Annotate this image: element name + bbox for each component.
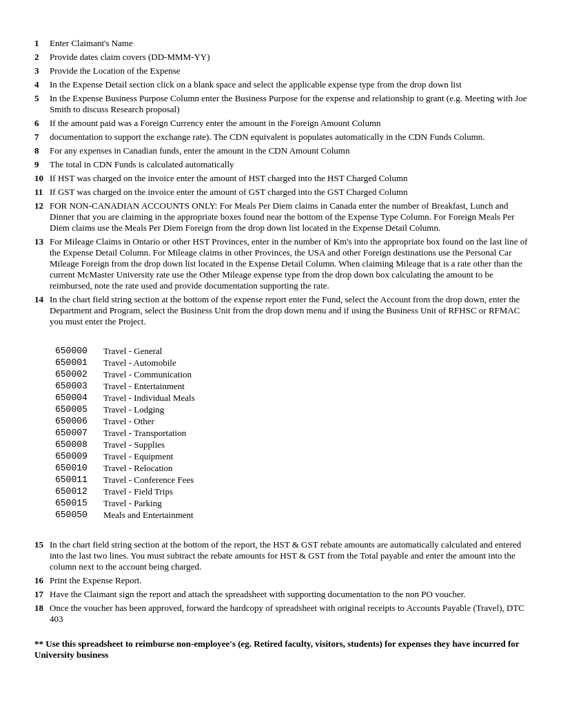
account-row: 650005Travel - Lodging [55,404,529,415]
instruction-item: 3Provide the Location of the Expense [34,65,529,76]
instruction-text: Once the voucher has been approved, forw… [50,603,529,625]
account-row: 650009Travel - Equipment [55,451,529,462]
instruction-text: Enter Claimant's Name [50,38,529,49]
account-row: 650001Travel - Automobile [55,357,529,368]
account-description: Travel - Supplies [103,439,165,450]
instruction-text: The total in CDN Funds is calculated aut… [50,159,529,170]
instruction-item: 4In the Expense Detail section click on … [34,79,529,90]
account-description: Travel - Transportation [103,428,186,439]
account-description: Travel - Lodging [103,404,164,415]
account-number: 650012 [55,486,103,497]
instruction-item: 2Provide dates claim covers (DD-MMM-YY) [34,52,529,63]
instruction-num: 10 [34,173,50,184]
account-number: 650050 [55,510,103,521]
account-row: 650000Travel - General [55,346,529,357]
account-row: 650012Travel - Field Trips [55,486,529,497]
account-number: 650015 [55,498,103,509]
instruction-item: 12FOR NON-CANADIAN ACCOUNTS ONLY: For Me… [34,200,529,233]
instruction-item: 11If GST was charged on the invoice ente… [34,187,529,198]
account-row: 650050Meals and Entertainment [55,510,529,521]
account-number: 650002 [55,369,103,380]
instruction-num: 15 [34,539,50,550]
account-number: 650009 [55,451,103,462]
account-row: 650015Travel - Parking [55,498,529,509]
instruction-text: In the chart field string section at the… [50,539,529,572]
account-number: 650007 [55,428,103,439]
instruction-text: If the amount paid was a Foreign Currenc… [50,118,529,129]
account-row: 650011Travel - Conference Fees [55,475,529,486]
instruction-text: For any expenses in Canadian funds, ente… [50,145,529,156]
instruction-item: 18Once the voucher has been approved, fo… [34,603,529,625]
instruction-item: 1Enter Claimant's Name [34,38,529,49]
instruction-num: 12 [34,200,50,211]
account-description: Meals and Entertainment [103,510,194,521]
account-number: 650001 [55,357,103,368]
instruction-item: 13For Mileage Claims in Ontario or other… [34,236,529,291]
instruction-num: 1 [34,38,50,49]
instruction-num: 17 [34,589,50,600]
account-number: 650000 [55,346,103,357]
instruction-item: 16Print the Expense Report. [34,575,529,586]
account-description: Travel - Equipment [103,451,173,462]
account-description: Travel - Entertainment [103,381,185,392]
account-row: 650004Travel - Individual Meals [55,393,529,404]
instruction-num: 9 [34,159,50,170]
instruction-item: 15In the chart field string section at t… [34,539,529,572]
account-number: 650008 [55,439,103,450]
instruction-num: 3 [34,65,50,76]
account-row: 650008Travel - Supplies [55,439,529,450]
instruction-num: 11 [34,187,50,198]
instruction-text: Print the Expense Report. [50,575,529,586]
instruction-num: 2 [34,52,50,63]
account-description: Travel - General [103,346,162,357]
instruction-num: 7 [34,132,50,143]
instruction-text: If HST was charged on the invoice enter … [50,173,529,184]
account-description: Travel - Parking [103,498,162,509]
instruction-num: 13 [34,236,50,247]
instruction-text: If GST was charged on the invoice enter … [50,187,529,198]
instruction-item: 17Have the Claimant sign the report and … [34,589,529,600]
instruction-item: 6If the amount paid was a Foreign Curren… [34,118,529,129]
asterisk-note: ** Use this spreadsheet to reimburse non… [34,638,529,661]
instructions-list-top: 1Enter Claimant's Name2Provide dates cla… [34,38,529,335]
instructions-list-bottom: 15In the chart field string section at t… [34,531,529,625]
account-row: 650003Travel - Entertainment [55,381,529,392]
instruction-item: 7documentation to support the exchange r… [34,132,529,143]
account-number: 650004 [55,393,103,404]
account-row: 650007Travel - Transportation [55,428,529,439]
account-number: 650005 [55,404,103,415]
instruction-text: In the Expense Detail section click on a… [50,79,529,90]
account-row: 650006Travel - Other [55,416,529,427]
instruction-num: 16 [34,575,50,586]
instruction-text: In the chart field string section at the… [50,294,529,327]
instruction-text: In the Expense Business Purpose Column e… [50,93,529,115]
instruction-item: 14In the chart field string section at t… [34,294,529,327]
account-description: Travel - Conference Fees [103,475,194,486]
account-number: 650011 [55,475,103,486]
accounts-section: 650000Travel - General650001Travel - Aut… [34,346,529,521]
instruction-num: 14 [34,294,50,305]
instruction-item: 10If HST was charged on the invoice ente… [34,173,529,184]
account-description: Travel - Automobile [103,357,176,368]
account-row: 650010Travel - Relocation [55,463,529,474]
account-number: 650003 [55,381,103,392]
instruction-item: 8For any expenses in Canadian funds, ent… [34,145,529,156]
account-description: Travel - Individual Meals [103,393,195,404]
instruction-text: Have the Claimant sign the report and at… [50,589,529,600]
account-description: Travel - Other [103,416,154,427]
instruction-text: FOR NON-CANADIAN ACCOUNTS ONLY: For Meal… [50,200,529,233]
instruction-num: 4 [34,79,50,90]
instruction-num: 6 [34,118,50,129]
account-description: Travel - Field Trips [103,486,173,497]
instruction-num: 18 [34,603,50,614]
account-number: 650010 [55,463,103,474]
instruction-item: 9The total in CDN Funds is calculated au… [34,159,529,170]
instruction-text: Provide the Location of the Expense [50,65,529,76]
instruction-text: Provide dates claim covers (DD-MMM-YY) [50,52,529,63]
account-row: 650002Travel - Communication [55,369,529,380]
instruction-text: For Mileage Claims in Ontario or other H… [50,236,529,291]
instruction-item: 5In the Expense Business Purpose Column … [34,93,529,115]
instruction-num: 8 [34,145,50,156]
account-description: Travel - Relocation [103,463,173,474]
account-description: Travel - Communication [103,369,192,380]
